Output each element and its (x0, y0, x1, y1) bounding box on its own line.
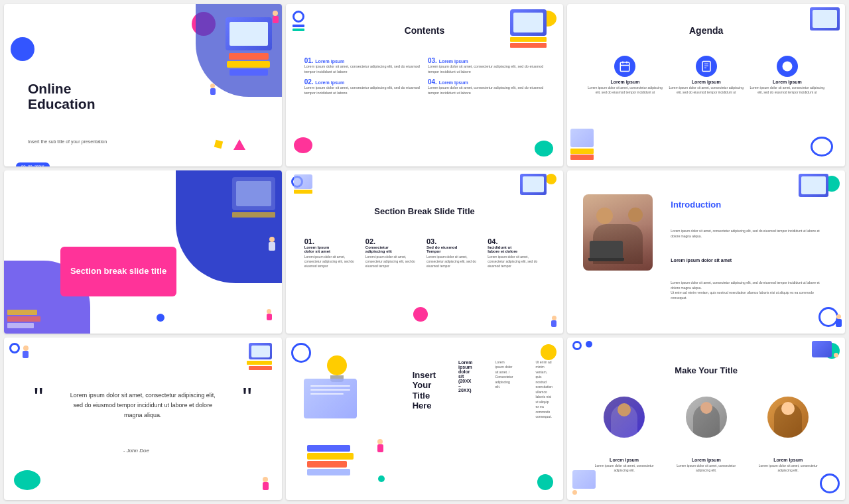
agenda-icon-2 (696, 56, 717, 77)
deco-pink-circle (413, 307, 428, 322)
agenda-item-3: Lorem ipsum Lorem ipsum dolor sit amet, … (748, 56, 826, 95)
agenda-icon-1 (614, 56, 635, 77)
item-text: Lorem ipsum dolor sit amet, consectetur … (304, 86, 421, 95)
slide5-illus (520, 174, 547, 195)
deco-small-teal (378, 475, 385, 482)
slide5-illus-left (294, 174, 312, 194)
item-num: 01. Lorem ipsum (304, 57, 421, 64)
slide-subtitle: Insert the sub title of your presentatio… (16, 127, 119, 157)
slide-title: Agenda (576, 17, 836, 44)
illus-top-right (232, 177, 275, 218)
figure-bottom-right (263, 477, 269, 490)
col-num: 01. (304, 237, 361, 245)
intro-subtitle-text: Lorem ipsum dolor sit amet, consectetur … (663, 273, 829, 308)
intro-subtitle: Lorem ipsum dolor sit amet (663, 250, 829, 271)
deco-ring-top-left (572, 341, 582, 350)
svg-point-10 (787, 66, 788, 67)
slide-5-section-break-content[interactable]: Section Break Slide Title 01. Lorem Ipsu… (286, 170, 564, 333)
label-text-2: Lorem ipsum dolor sit amet, consectetur … (677, 464, 736, 473)
deco-yellow (541, 344, 556, 360)
label-title-3: Lorem ipsum (758, 458, 818, 462)
slides-grid: Online Education Insert the sub title of… (0, 0, 849, 504)
slide-9-make-title[interactable]: Make Your Title Lorem ipsum Lorem ipsum … (567, 338, 845, 500)
deco-triangle (233, 139, 245, 150)
main-title: Insert Your TitleHere (405, 362, 444, 481)
item-text-1: Lorem ipsum dolor sit amet, consectetur … (586, 86, 664, 95)
item-num: 03. Lorem ipsum (428, 57, 545, 64)
item-text: Lorem ipsum dolor sit amet, consectetur … (428, 64, 545, 74)
col-text: Lorem ipsum dolor sit amet, consectetur … (488, 255, 545, 269)
slide9-illus-bottom-left (572, 470, 596, 495)
slide6-illus-bottom (836, 314, 842, 327)
books-stack (307, 445, 354, 475)
label-text-3: Lorem ipsum dolor sit amet, consectetur … (758, 464, 818, 473)
item-title-3: Lorem ipsum (748, 80, 826, 84)
slide-title: Online Education (16, 69, 119, 123)
label-title-1: Lorem ipsum (594, 458, 654, 462)
col-text: Lorem ipsum dolor sit amet, consectetur … (304, 255, 361, 269)
content-item-2: 02. Lorem ipsum Lorem ipsum dolor sit am… (304, 78, 421, 95)
figure-bottom (267, 309, 272, 320)
col-text: Lorem ipsum dolor sit amet, consectetur … (365, 255, 423, 269)
date-badge: 00. 00. 20XX (16, 162, 50, 166)
svg-rect-0 (621, 62, 630, 72)
title-area: Online Education Insert the sub title of… (16, 64, 119, 166)
slide6-illus-top (799, 174, 828, 197)
illus-bottom-left (7, 310, 40, 328)
photo-circle-2 (686, 397, 727, 438)
item-title-2: Lorem ipsum (667, 80, 746, 84)
slide-1-cover[interactable]: Online Education Insert the sub title of… (4, 4, 282, 166)
col-num: 03. (426, 237, 484, 245)
deco-teal (535, 141, 553, 157)
slide9-illus-top (812, 341, 838, 357)
slide-6-introduction[interactable]: Introduction Lorem ipsum dolor sit amet,… (567, 170, 845, 333)
slide8-illus (294, 346, 390, 492)
label-2: Lorem ipsum Lorem ipsum dolor sit amet, … (677, 458, 736, 473)
quote-close: " (229, 374, 265, 420)
slide-title: Make Your Title (575, 357, 837, 383)
item-text: Lorem ipsum dolor sit amet, consectetur … (428, 86, 545, 95)
lightbulb (327, 355, 347, 382)
intro-content: Introduction Lorem ipsum dolor sit amet,… (575, 178, 837, 325)
item-text: Lorem ipsum dolor sit amet, consectetur … (304, 64, 421, 74)
deco-blue-circle (11, 37, 34, 61)
deco-pink (294, 137, 312, 153)
figure-right (269, 237, 275, 251)
slide-7-quote[interactable]: " " Lorem ipsum dolor sit amet, consecte… (4, 338, 282, 500)
slide-2-contents[interactable]: Contents 01. Lorem ipsum Lorem ipsum dol… (286, 4, 564, 166)
label-text-1: Lorem ipsum dolor sit amet, consectetur … (594, 464, 654, 473)
deco-blue-ring (820, 473, 840, 493)
contents-illus-left (293, 11, 304, 31)
col-1: 01. Lorem Ipsumdolor sit amet Lorem ipsu… (304, 237, 361, 269)
label-title-2: Lorem ipsum (677, 458, 736, 462)
content-item-1: 01. Lorem ipsum Lorem ipsum dolor sit am… (304, 57, 421, 74)
item-text-3: Lorem ipsum dolor sit amet, consectetur … (748, 86, 826, 95)
slide-8-insert-title[interactable]: Insert Your TitleHere Lorem ipsum dolor … (286, 338, 564, 500)
col-sub: Consecteturadipiscing elit (365, 245, 423, 253)
label-3: Lorem ipsum Lorem ipsum dolor sit amet, … (758, 458, 818, 473)
photo-circle-3 (767, 397, 809, 438)
open-book (304, 379, 357, 418)
illustration-area (226, 17, 272, 76)
agenda-item-2: Lorem ipsum Lorem ipsum dolor sit amet, … (667, 56, 746, 95)
deco-teal-circle (14, 470, 40, 490)
slide-3-agenda[interactable]: Agenda Lorem ipsum Lorem ipsum dolor sit… (567, 4, 845, 166)
intro-text-area: Introduction Lorem ipsum dolor sit amet,… (663, 186, 829, 317)
col-num: 02. (365, 237, 423, 245)
col-text: Lorem ipsum dolor sit amet, consectetur … (426, 255, 484, 269)
agenda-illus-left (570, 129, 594, 160)
deco-small-circle-blue (586, 341, 592, 347)
deco-blue-circle (157, 314, 164, 322)
svg-rect-4 (702, 62, 710, 72)
slide-4-section-break[interactable]: Section break slide title (4, 170, 282, 333)
col-sub: Sed do eiusmodTempor (426, 245, 484, 253)
deco-ring-tl (9, 343, 20, 353)
body-text-1: Lorem ipsum dolor sit amet. / Consectetu… (487, 352, 521, 482)
mini-figure-1 (273, 11, 279, 23)
photo-labels: Lorem ipsum Lorem ipsum dolor sit amet, … (575, 450, 837, 481)
cols-grid: 01. Lorem Ipsumdolor sit amet Lorem ipsu… (295, 229, 555, 277)
figure-top-left (23, 346, 29, 358)
item-num: 04. Lorem ipsum (428, 78, 545, 86)
content-item-4: 04. Lorem ipsum Lorem ipsum dolor sit am… (428, 78, 545, 95)
agenda-item-1: Lorem ipsum Lorem ipsum dolor sit amet, … (586, 56, 664, 95)
